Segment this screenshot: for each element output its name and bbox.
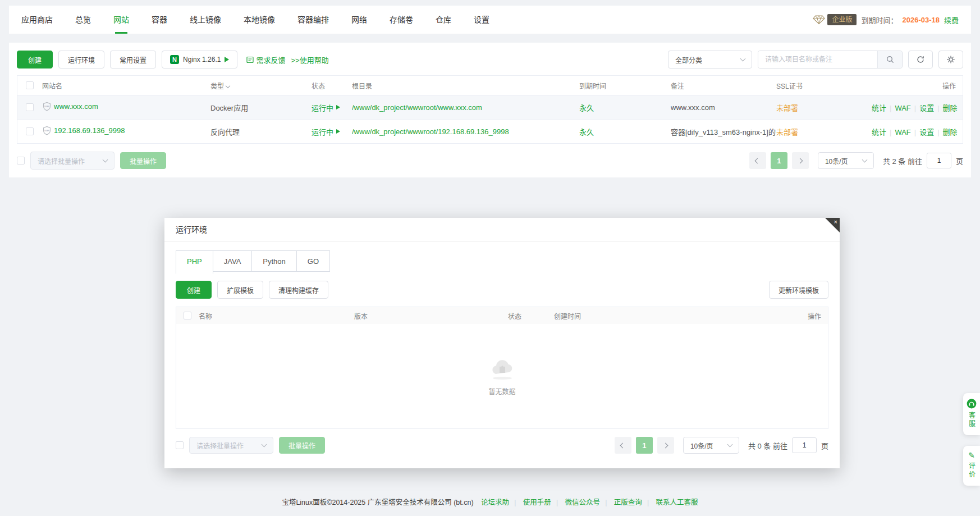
- page-number-button[interactable]: 1: [771, 152, 787, 169]
- clean-build-cache-button[interactable]: 清理构建缓存: [269, 281, 328, 299]
- env-batch-operation-button[interactable]: 批量操作: [279, 437, 325, 454]
- env-goto-page-input[interactable]: [792, 437, 817, 453]
- nav-tab-settings[interactable]: 设置: [474, 6, 489, 34]
- prev-page-button[interactable]: [749, 152, 766, 169]
- footer-link-support[interactable]: 联系人工客服: [656, 499, 698, 506]
- tab-java[interactable]: JAVA: [213, 250, 253, 272]
- select-all-checkbox[interactable]: [26, 81, 34, 89]
- nav-tab-container[interactable]: 容器: [152, 6, 167, 34]
- site-note[interactable]: 容器[dify_v113_sm63-nginx-1]的: [671, 126, 776, 137]
- top-nav: 应用商店 总览 网站 容器 线上镜像 本地镜像 容器编排 网络 存储卷 仓库 设…: [9, 6, 971, 34]
- site-status[interactable]: 运行中: [312, 126, 340, 137]
- nav-tab-repository[interactable]: 仓库: [436, 6, 451, 34]
- header-type[interactable]: 类型: [210, 81, 312, 90]
- status-label: 运行中: [312, 126, 333, 137]
- batch-operation-select[interactable]: 请选择批量操作: [30, 152, 115, 170]
- env-batch-select-all-checkbox[interactable]: [176, 441, 184, 449]
- category-filter-select[interactable]: 全部分类: [668, 51, 752, 69]
- env-batch-operation-select[interactable]: 请选择批量操作: [189, 437, 273, 454]
- next-page-button[interactable]: [792, 152, 809, 169]
- search-button[interactable]: [877, 51, 902, 68]
- goto-page-input[interactable]: [927, 153, 951, 168]
- goto-label: 前往: [908, 157, 922, 166]
- close-icon[interactable]: ×: [834, 218, 837, 225]
- row-actions: 统计|WAF|设置|删除: [872, 126, 963, 137]
- ssl-status[interactable]: 未部署: [776, 128, 798, 136]
- site-note[interactable]: www.xxx.com: [671, 103, 776, 112]
- nav-tab-app-store[interactable]: 应用商店: [21, 6, 53, 34]
- site-name-link[interactable]: WAF www.xxx.com: [42, 102, 98, 111]
- env-page-size-select[interactable]: 10条/页: [683, 437, 739, 454]
- env-toolbar: 创建 扩展模板 清理构建缓存 更新环境模板: [176, 281, 828, 299]
- refresh-button[interactable]: [908, 51, 933, 69]
- env-goto-label: 前往: [773, 442, 787, 450]
- action-waf-link[interactable]: WAF: [895, 104, 910, 112]
- tab-python[interactable]: Python: [251, 250, 296, 272]
- action-waf-link[interactable]: WAF: [895, 128, 910, 136]
- site-name-link[interactable]: WAF 192.168.69.136_9998: [42, 126, 125, 135]
- env-next-page-button[interactable]: [657, 437, 674, 454]
- nav-tab-website[interactable]: 网站: [113, 6, 129, 34]
- review-tab[interactable]: ✎ 评价: [963, 446, 980, 486]
- nav-tab-volume[interactable]: 存储卷: [390, 6, 413, 34]
- nav-tab-compose[interactable]: 容器编排: [297, 6, 329, 34]
- site-root-link[interactable]: /www/dk_project/wwwroot/192.168.69.136_9…: [352, 127, 509, 136]
- site-status[interactable]: 运行中: [312, 102, 340, 113]
- runtime-env-button[interactable]: 运行环境: [58, 51, 104, 69]
- action-settings-link[interactable]: 设置: [919, 104, 934, 112]
- customer-service-label: 客服: [967, 412, 977, 428]
- batch-select-all-checkbox[interactable]: [17, 157, 25, 165]
- empty-cloud-icon: [488, 357, 517, 381]
- row-checkbox[interactable]: [26, 127, 34, 135]
- total-count: 共 2 条: [883, 157, 905, 166]
- site-expiry[interactable]: 永久: [579, 128, 594, 136]
- ssl-status[interactable]: 未部署: [776, 104, 798, 112]
- customer-service-tab[interactable]: 客服: [963, 393, 980, 435]
- nav-tab-overview[interactable]: 总览: [75, 6, 91, 34]
- footer-link-license-check[interactable]: 正版查询: [614, 499, 642, 506]
- page-size-select[interactable]: 10条/页: [818, 152, 874, 169]
- nav-tab-online-image[interactable]: 线上镜像: [190, 6, 221, 34]
- tab-php[interactable]: PHP: [176, 250, 213, 274]
- row-checkbox[interactable]: [26, 103, 34, 111]
- tab-go[interactable]: GO: [296, 250, 330, 272]
- feedback-label: 需求反馈: [256, 54, 285, 65]
- site-root-link[interactable]: /www/dk_project/wwwroot/www.xxx.com: [352, 103, 482, 112]
- batch-select-placeholder: 请选择批量操作: [38, 156, 85, 166]
- review-label: 评价: [967, 462, 977, 479]
- env-prev-page-button[interactable]: [615, 437, 631, 454]
- help-link[interactable]: >>使用帮助: [291, 54, 328, 65]
- nav-tab-local-image[interactable]: 本地镜像: [244, 6, 275, 34]
- action-settings-link[interactable]: 设置: [919, 128, 934, 136]
- batch-operation-button[interactable]: 批量操作: [120, 152, 166, 169]
- search-input[interactable]: [758, 51, 877, 68]
- footer-link-manual[interactable]: 使用手册: [523, 499, 551, 506]
- env-batch-select-placeholder: 请选择批量操作: [196, 441, 244, 450]
- renew-link[interactable]: 续费: [944, 15, 959, 25]
- feedback-link[interactable]: 需求反馈: [246, 54, 285, 65]
- env-tabs: PHP JAVA Python GO: [176, 250, 828, 274]
- env-total-count: 共 0 条: [748, 442, 771, 450]
- env-page-number-button[interactable]: 1: [636, 437, 653, 454]
- footer-link-forum[interactable]: 论坛求助: [481, 499, 509, 506]
- action-delete-link[interactable]: 删除: [943, 128, 958, 136]
- table-settings-button[interactable]: [938, 51, 963, 69]
- webserver-button[interactable]: N Nginx 1.26.1: [162, 51, 237, 69]
- modal-close-fold[interactable]: [825, 218, 840, 232]
- action-delete-link[interactable]: 删除: [943, 104, 958, 112]
- header-note: 备注: [671, 81, 776, 90]
- nav-tab-network[interactable]: 网络: [351, 6, 367, 34]
- edition-badge: 企业版: [827, 14, 857, 25]
- common-settings-button[interactable]: 常用设置: [110, 51, 156, 69]
- copyright-text: 宝塔Linux面板©2014-2025 广东堡塔安全技术有限公司 (bt.cn): [282, 499, 473, 506]
- update-env-template-button[interactable]: 更新环境模板: [769, 281, 828, 299]
- create-site-button[interactable]: 创建: [17, 51, 53, 69]
- extend-template-button[interactable]: 扩展模板: [217, 281, 263, 299]
- site-name-label: 192.168.69.136_9998: [54, 126, 125, 135]
- site-expiry[interactable]: 永久: [579, 104, 594, 112]
- env-select-all-checkbox[interactable]: [184, 312, 191, 319]
- action-stats-link[interactable]: 统计: [872, 128, 886, 136]
- env-create-button[interactable]: 创建: [176, 281, 212, 299]
- action-stats-link[interactable]: 统计: [872, 104, 886, 112]
- footer-link-wechat[interactable]: 微信公众号: [565, 499, 601, 506]
